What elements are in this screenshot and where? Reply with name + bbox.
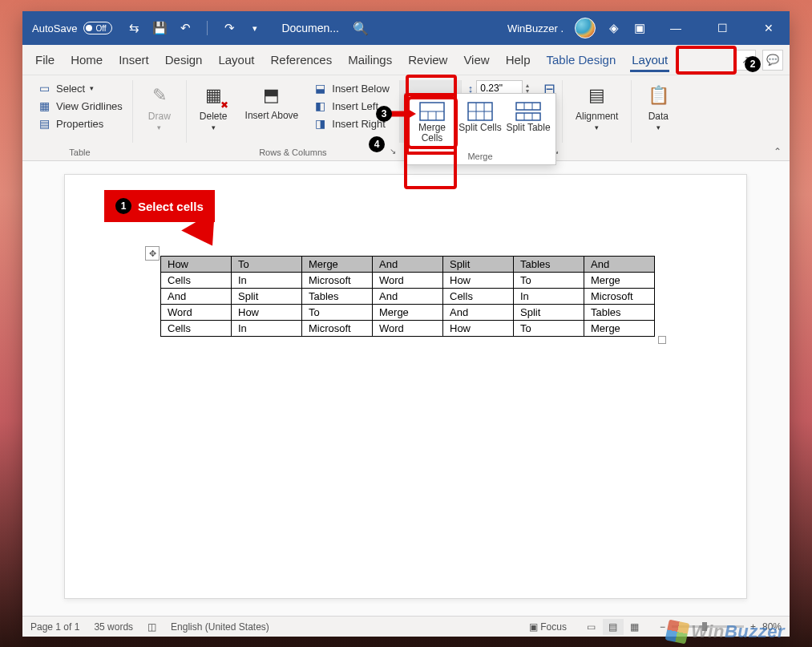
insert-right-icon: ◨	[313, 117, 327, 130]
table-move-handle[interactable]: ✥	[145, 246, 160, 261]
zoom-out-icon[interactable]: −	[660, 621, 665, 633]
redo-icon[interactable]: ↷	[222, 21, 236, 35]
tab-table-layout[interactable]: Layout	[624, 45, 676, 75]
autosave-toggle[interactable]: AutoSave Off	[22, 22, 122, 34]
table-row[interactable]: HowToMergeAndSplitTablesAnd	[161, 257, 655, 273]
tab-review[interactable]: Review	[400, 45, 455, 75]
view-buttons: ▭ ▤ ▦	[581, 619, 645, 635]
tab-references[interactable]: References	[262, 45, 340, 75]
dropdown-footer: Merge	[408, 147, 552, 161]
web-layout-icon[interactable]: ▦	[624, 619, 645, 635]
group-draw: ✎ Draw▾	[132, 80, 186, 143]
document-title[interactable]: Documen...	[267, 22, 353, 34]
draw-button[interactable]: ✎ Draw▾	[139, 80, 180, 133]
group-label: Rows & Columns	[187, 148, 399, 157]
qat: ⇆ 💾 ↶ ↷ ▾	[122, 21, 267, 35]
word-window: AutoSave Off ⇆ 💾 ↶ ↷ ▾ Documen... 🔍 WinB…	[22, 11, 790, 637]
watermark: WinBuzzer	[667, 621, 785, 642]
diamond-icon[interactable]: ◈	[607, 21, 621, 35]
view-gridlines-button[interactable]: ▦View Gridlines	[34, 98, 126, 114]
draw-icon: ✎	[146, 82, 173, 109]
search-icon[interactable]: 🔍	[353, 21, 368, 35]
focus-mode[interactable]: ▣ Focus	[529, 621, 567, 633]
alignment-button[interactable]: ▤ Alignment▾	[569, 80, 624, 133]
delete-icon: ▦✖	[200, 82, 227, 109]
split-cells-icon	[467, 102, 493, 121]
page-indicator[interactable]: Page 1 of 1	[30, 621, 79, 633]
merge-dropdown: Merge Cells Split Cells Split Table Merg…	[404, 93, 556, 165]
watermark-logo-icon	[665, 620, 690, 645]
read-mode-icon[interactable]: ▭	[581, 619, 602, 635]
tab-insert[interactable]: Insert	[111, 45, 157, 75]
document-table[interactable]: HowToMergeAndSplitTablesAnd CellsInMicro…	[160, 256, 655, 337]
group-alignment: ▤ Alignment▾	[562, 80, 631, 143]
save-icon[interactable]: 💾	[152, 21, 167, 35]
svg-rect-8	[516, 103, 540, 110]
tab-home[interactable]: Home	[63, 45, 111, 75]
user-name[interactable]: WinBuzzer .	[507, 22, 564, 34]
comments-icon[interactable]: 💬	[762, 50, 783, 71]
page	[64, 174, 747, 599]
table-row[interactable]: WordHowToMergeAndSplitTables	[161, 305, 655, 321]
close-button[interactable]: ✕	[751, 11, 786, 45]
dialog-launcher-icon[interactable]: ↘	[390, 147, 396, 156]
properties-button[interactable]: ▤Properties	[34, 115, 126, 131]
data-button[interactable]: 📋 Data▾	[638, 80, 678, 133]
group-data: 📋 Data▾	[631, 80, 685, 143]
table-row[interactable]: CellsInMicrosoftWordHowToMerge	[161, 321, 655, 337]
annotation-badge-2: 2	[745, 56, 761, 72]
merge-cells-icon	[419, 102, 445, 121]
tab-file[interactable]: File	[27, 45, 63, 75]
minimize-button[interactable]: ―	[658, 11, 693, 45]
insert-left-icon: ◧	[313, 99, 327, 112]
annotation-badge-4: 4	[369, 136, 385, 152]
maximize-button[interactable]: ☐	[705, 11, 740, 45]
collapse-ribbon-icon[interactable]: ⌃	[774, 146, 782, 157]
annotation-highlight-layout	[676, 46, 737, 75]
split-table-icon	[515, 102, 541, 121]
insert-below-icon: ⬓	[313, 82, 327, 95]
document-area[interactable]: 1 Select cells ✥ HowToMergeAndSplitTable…	[22, 161, 790, 616]
annotation-callout: 1 Select cells	[104, 190, 215, 222]
select-button[interactable]: ▭Select ▾	[34, 80, 126, 96]
tab-design[interactable]: Design	[157, 45, 211, 75]
alignment-icon: ▤	[584, 82, 611, 109]
properties-icon: ▤	[37, 117, 51, 130]
print-layout-icon[interactable]: ▤	[603, 619, 624, 635]
tab-view[interactable]: View	[455, 45, 497, 75]
display-mode-icon[interactable]: ▣	[632, 21, 647, 35]
word-count[interactable]: 35 words	[94, 621, 133, 633]
grid-icon: ▦	[37, 99, 51, 112]
ribbon-tabs: File Home Insert Design Layout Reference…	[22, 45, 790, 75]
autosave-label: AutoSave	[32, 22, 77, 34]
table-row[interactable]: CellsInMicrosoftWordHowToMerge	[161, 273, 655, 289]
pointer-icon: ▭	[37, 82, 51, 95]
insert-above-icon: ⬒	[258, 82, 285, 109]
toggle-icon: Off	[83, 22, 112, 34]
table-resize-handle[interactable]	[658, 336, 666, 344]
split-table-button[interactable]: Split Table	[505, 99, 551, 147]
tab-table-design[interactable]: Table Design	[539, 45, 624, 75]
group-table: ▭Select ▾ ▦View Gridlines ▤Properties Ta…	[27, 80, 132, 143]
annotation-arrow-3: 3	[376, 106, 416, 122]
titlebar: AutoSave Off ⇆ 💾 ↶ ↷ ▾ Documen... 🔍 WinB…	[22, 11, 790, 45]
insert-below-button[interactable]: ⬓Insert Below	[309, 80, 393, 96]
table-row[interactable]: AndSplitTablesAndCellsInMicrosoft	[161, 289, 655, 305]
data-icon: 📋	[644, 82, 672, 109]
tab-mailings[interactable]: Mailings	[340, 45, 400, 75]
avatar[interactable]	[575, 18, 596, 38]
accessibility-icon[interactable]: ◫	[147, 621, 156, 633]
sync-icon[interactable]: ⇆	[127, 21, 141, 35]
tab-help[interactable]: Help	[498, 45, 539, 75]
insert-above-button[interactable]: ⬒ Insert Above	[239, 80, 305, 123]
svg-rect-9	[516, 113, 540, 120]
language-indicator[interactable]: English (United States)	[171, 621, 269, 633]
tab-layout[interactable]: Layout	[210, 45, 262, 75]
delete-button[interactable]: ▦✖ Delete▾	[193, 80, 234, 133]
group-rows-columns: ▦✖ Delete▾ ⬒ Insert Above ⬓Insert Below …	[186, 80, 399, 143]
undo-icon[interactable]: ↶	[178, 21, 192, 35]
qat-more-icon[interactable]: ▾	[248, 21, 262, 35]
group-label: Table	[27, 148, 132, 157]
split-cells-button[interactable]: Split Cells	[457, 99, 503, 147]
